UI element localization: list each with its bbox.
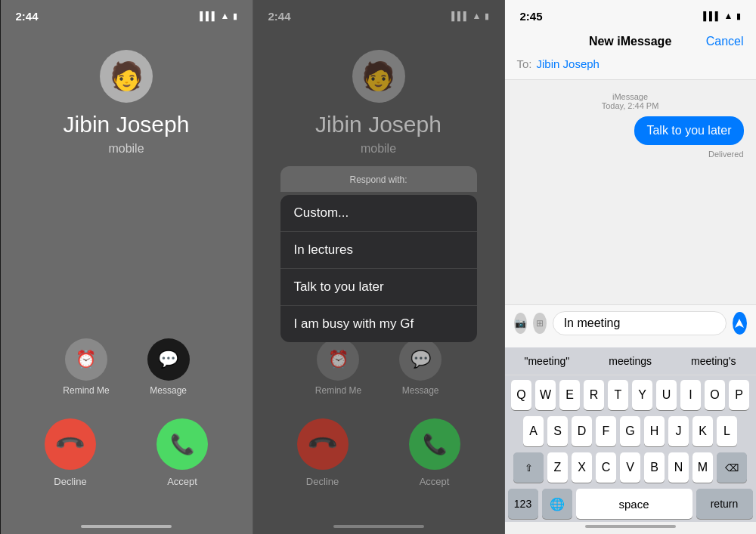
key-q[interactable]: Q: [511, 380, 531, 410]
input-area: 📷 ⊞: [505, 304, 756, 347]
key-shift[interactable]: ⇧: [513, 452, 544, 483]
to-contact[interactable]: Jibin Joseph: [537, 57, 600, 70]
message-input-row: 📷 ⊞: [514, 311, 747, 335]
respond-header-text: Respond with:: [349, 174, 407, 185]
screen-1-incoming-call: 2:44 ▌▌▌ ▲ ▮ 🧑 Jibin Joseph mobile ⏰ Rem…: [1, 0, 253, 534]
key-u[interactable]: U: [656, 380, 677, 410]
autocomplete-item-1[interactable]: "meeting": [518, 352, 575, 370]
key-a[interactable]: A: [523, 416, 544, 446]
keyboard-row-1: Q W E R T Y U I O P: [508, 380, 753, 410]
message-label-1: Message: [150, 385, 187, 396]
screen-2-respond: 2:44 ▌▌▌ ▲ ▮ 🧑 Jibin Joseph mobile Respo…: [253, 0, 504, 534]
decline-label-1: Decline: [54, 476, 86, 487]
messages-header: New iMessage Cancel To: Jibin Joseph: [505, 27, 756, 80]
key-numbers[interactable]: 123: [508, 489, 538, 519]
status-bar-3: 2:45 ▌▌▌ ▲ ▮: [505, 0, 756, 27]
remind-icon-circle: ⏰: [65, 338, 107, 381]
key-e[interactable]: E: [559, 380, 580, 410]
key-j[interactable]: J: [668, 416, 689, 446]
status-icons-3: ▌▌▌ ▲ ▮: [703, 11, 740, 21]
caller-subtitle-1: mobile: [108, 142, 144, 156]
header-title: New iMessage: [555, 35, 706, 48]
respond-menu: Custom... In lectures Talk to you later …: [280, 195, 477, 342]
key-y[interactable]: Y: [632, 380, 652, 410]
timestamp-date: Today, 2:44 PM: [517, 101, 744, 110]
status-icons-1: ▌▌▌ ▲ ▮: [200, 11, 237, 21]
remind-me-button[interactable]: ⏰ Remind Me: [63, 338, 109, 396]
status-bar-1: 2:44 ▌▌▌ ▲ ▮: [1, 0, 253, 27]
respond-item-custom[interactable]: Custom...: [280, 195, 477, 232]
key-o[interactable]: O: [705, 380, 725, 410]
message-input[interactable]: [553, 311, 727, 335]
key-l[interactable]: L: [717, 416, 737, 446]
key-n[interactable]: N: [668, 452, 689, 483]
message-icon: 💬: [158, 350, 178, 369]
wifi-icon: ▲: [221, 11, 230, 21]
messages-header-row: New iMessage Cancel: [517, 35, 744, 48]
key-return[interactable]: return: [696, 489, 753, 519]
message-bubble: Talk to you later: [634, 116, 743, 145]
status-time-1: 2:44: [16, 10, 39, 23]
key-m[interactable]: M: [692, 452, 713, 483]
home-indicator-1: [81, 525, 172, 528]
key-g[interactable]: G: [620, 416, 640, 446]
accept-circle-1: 📞: [156, 418, 208, 470]
cancel-button[interactable]: Cancel: [706, 35, 744, 48]
remind-label-1: Remind Me: [63, 385, 109, 396]
keyboard-bottom-row: 123 🌐 space return: [508, 489, 753, 519]
to-field: To: Jibin Joseph: [517, 54, 744, 73]
caller-name-1: Jibin Joseph: [64, 112, 190, 137]
key-h[interactable]: H: [644, 416, 665, 446]
key-d[interactable]: D: [572, 416, 592, 446]
respond-item-busy[interactable]: I am busy with my Gf: [280, 306, 477, 342]
camera-icon: 📷: [514, 313, 528, 334]
caller-section-1: 🧑 Jibin Joseph mobile: [1, 27, 253, 323]
call-buttons-1: 📞 Decline 📞 Accept: [1, 418, 253, 525]
autocomplete-item-2[interactable]: meetings: [603, 352, 658, 370]
keyboard-row-2: A S D F G H J K L: [508, 416, 753, 446]
accept-label-1: Accept: [167, 476, 197, 487]
respond-item-talk-later[interactable]: Talk to you later: [280, 269, 477, 306]
timestamp-label: iMessage: [517, 92, 744, 101]
autocomplete-item-3[interactable]: meeting's: [685, 352, 742, 370]
screen-3-messages: 2:45 ▌▌▌ ▲ ▮ New iMessage Cancel To: Jib…: [504, 0, 756, 534]
key-r[interactable]: R: [584, 380, 604, 410]
home-indicator-3: [585, 525, 676, 528]
alarm-icon: ⏰: [76, 350, 96, 369]
key-s[interactable]: S: [547, 416, 568, 446]
key-p[interactable]: P: [729, 380, 749, 410]
wifi-icon-3: ▲: [724, 11, 733, 21]
key-f[interactable]: F: [596, 416, 616, 446]
message-button[interactable]: 💬 Message: [147, 338, 190, 396]
key-v[interactable]: V: [620, 452, 640, 483]
key-w[interactable]: W: [535, 380, 556, 410]
decline-icon: 📞: [54, 428, 88, 461]
key-space[interactable]: space: [576, 489, 692, 519]
key-k[interactable]: K: [692, 416, 713, 446]
key-t[interactable]: T: [608, 380, 628, 410]
send-button[interactable]: [733, 312, 747, 335]
battery-icon-3: ▮: [736, 11, 741, 21]
avatar-emoji-1: 🧑: [110, 60, 144, 92]
decline-button-1[interactable]: 📞 Decline: [45, 418, 96, 487]
keyboard: Q W E R T Y U I O P A S D F G H J K L ⇧ …: [505, 375, 756, 522]
messages-area: iMessage Today, 2:44 PM Talk to you late…: [505, 80, 756, 304]
key-emoji[interactable]: 🌐: [542, 489, 572, 519]
key-i[interactable]: I: [680, 380, 701, 410]
status-time-3: 2:45: [520, 10, 543, 23]
message-bubble-wrapper: Talk to you later: [517, 116, 744, 145]
key-b[interactable]: B: [644, 452, 665, 483]
avatar-1: 🧑: [100, 50, 153, 103]
accept-icon: 📞: [170, 433, 194, 456]
key-delete[interactable]: ⌫: [717, 452, 747, 483]
accept-button-1[interactable]: 📞 Accept: [156, 418, 208, 487]
key-x[interactable]: X: [572, 452, 592, 483]
respond-item-lectures[interactable]: In lectures: [280, 232, 477, 269]
key-c[interactable]: C: [596, 452, 616, 483]
delivered-text: Delivered: [517, 150, 744, 159]
respond-header: Respond with:: [280, 166, 477, 192]
key-z[interactable]: Z: [547, 452, 568, 483]
keyboard-row-3: ⇧ Z X C V B N M ⌫: [508, 452, 753, 483]
signal-icon-3: ▌▌▌: [703, 11, 720, 20]
svg-marker-0: [735, 319, 744, 328]
